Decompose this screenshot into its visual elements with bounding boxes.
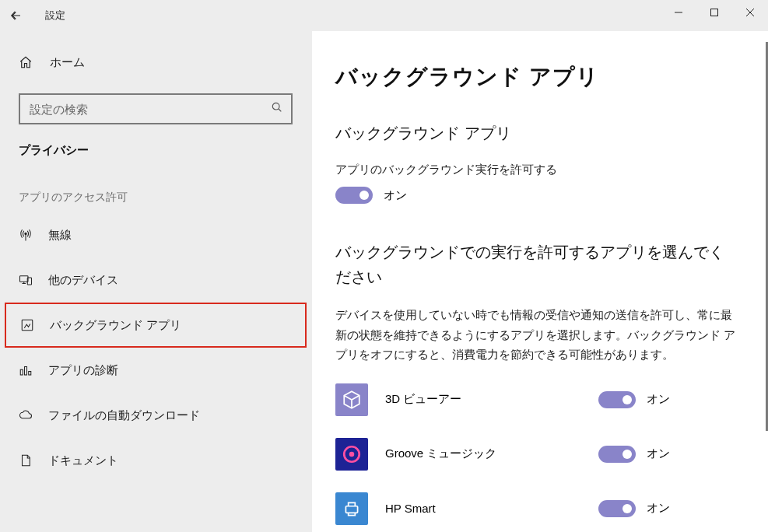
search-input[interactable] [30, 103, 271, 116]
maximize-button[interactable] [696, 0, 732, 25]
close-button[interactable] [732, 0, 768, 25]
record-icon [342, 444, 362, 464]
sidebar-item-label: 無線 [48, 228, 72, 243]
app-toggle-state: オン [647, 501, 670, 516]
svg-rect-0 [711, 9, 718, 16]
app-icon-hp-smart [335, 492, 368, 525]
maximize-icon [710, 8, 719, 17]
sidebar-item-documents[interactable]: ドキュメント [0, 438, 311, 483]
sidebar-item-app-diagnostics[interactable]: アプリの診断 [0, 348, 311, 393]
sidebar: ホーム プライバシー アプリのアクセス許可 無線 他のデバイス バックグラウンド… [0, 31, 312, 532]
sidebar-item-background-apps[interactable]: バックグラウンド アプリ [5, 303, 307, 348]
master-toggle[interactable] [335, 187, 373, 204]
background-apps-icon [20, 318, 34, 332]
home-link[interactable]: ホーム [0, 47, 311, 78]
description-text: デバイスを使用していない時でも情報の受信や通知の送信を許可し、常に最新の状態を維… [335, 305, 738, 365]
svg-rect-7 [25, 367, 27, 376]
antenna-icon [19, 228, 33, 242]
sidebar-item-label: バックグラウンド アプリ [50, 318, 181, 333]
app-toggle-state: オン [647, 446, 670, 461]
devices-icon [19, 273, 33, 287]
search-box[interactable] [19, 93, 293, 124]
app-toggle-hp-smart[interactable] [598, 500, 636, 517]
sidebar-item-wireless[interactable]: 無線 [0, 212, 311, 257]
home-label: ホーム [50, 55, 85, 70]
sidebar-item-label: ファイルの自動ダウンロード [48, 408, 200, 423]
master-toggle-state: オン [384, 188, 407, 203]
sidebar-item-label: ドキュメント [48, 453, 118, 468]
cloud-download-icon [19, 408, 33, 422]
document-icon [19, 453, 33, 467]
sidebar-item-label: アプリの診断 [48, 363, 118, 378]
window-title: 設定 [45, 9, 65, 23]
choose-apps-heading: バックグラウンドでの実行を許可するアプリを選んでください [335, 240, 738, 289]
master-toggle-label: アプリのバックグラウンド実行を許可する [335, 163, 738, 177]
app-name-label: 3D ビューアー [385, 392, 598, 407]
title-bar: 設定 [0, 0, 768, 31]
svg-rect-6 [20, 369, 23, 375]
diagnostics-icon [19, 363, 33, 377]
arrow-left-icon [7, 9, 24, 23]
app-icon-groove-music [335, 438, 368, 471]
section-heading: バックグラウンド アプリ [335, 123, 738, 144]
page-title: バックグラウンド アプリ [335, 62, 738, 92]
sidebar-item-other-devices[interactable]: 他のデバイス [0, 257, 311, 303]
app-row-groove-music: Groove ミュージック オン [335, 435, 738, 474]
content-area: バックグラウンド アプリ バックグラウンド アプリ アプリのバックグラウンド実行… [312, 31, 768, 532]
app-toggle-3d-viewer[interactable] [598, 391, 636, 408]
close-icon [745, 8, 755, 17]
cube-icon [342, 390, 362, 410]
minimize-button[interactable] [661, 0, 696, 25]
app-icon-3d-viewer [335, 383, 368, 416]
minimize-icon [674, 8, 683, 17]
sidebar-item-auto-download[interactable]: ファイルの自動ダウンロード [0, 393, 311, 438]
sidebar-item-label: 他のデバイス [48, 273, 118, 288]
app-toggle-groove-music[interactable] [598, 446, 636, 463]
category-title: プライバシー [0, 140, 311, 172]
printer-icon [342, 499, 362, 519]
app-name-label: HP Smart [385, 502, 598, 515]
app-toggle-state: オン [647, 392, 670, 407]
back-button[interactable] [0, 0, 31, 31]
section-label: アプリのアクセス許可 [0, 172, 311, 212]
svg-point-1 [272, 103, 279, 110]
search-icon [271, 101, 283, 117]
svg-rect-11 [345, 506, 357, 513]
app-row-hp-smart: HP Smart オン [335, 489, 738, 528]
app-row-3d-viewer: 3D ビューアー オン [335, 380, 738, 419]
svg-rect-3 [20, 276, 29, 282]
app-name-label: Groove ミュージック [385, 446, 598, 461]
svg-rect-8 [29, 372, 31, 376]
window-controls [661, 0, 768, 25]
svg-point-10 [349, 451, 355, 457]
home-icon [19, 55, 33, 69]
